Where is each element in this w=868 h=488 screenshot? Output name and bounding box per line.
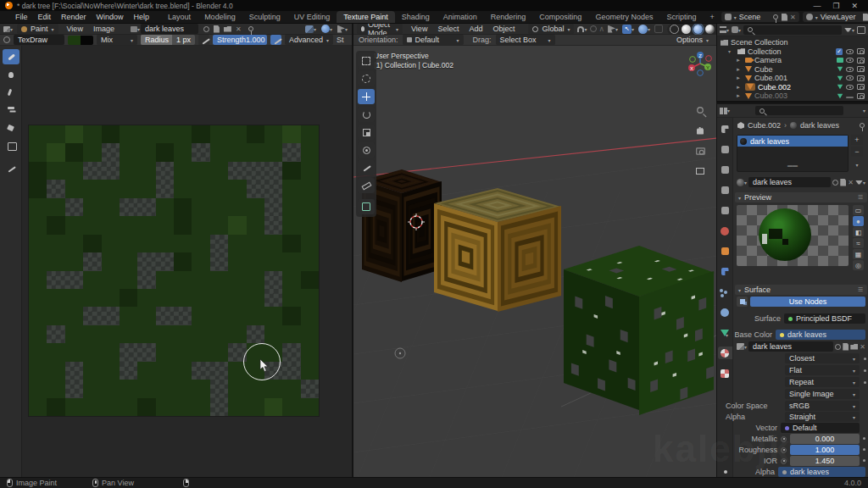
strength-slider[interactable]: Strength 1.000 [213,35,267,45]
object-mode-dropdown[interactable]: Object Mode▾ [357,24,403,34]
vector-field[interactable]: Default [781,423,860,433]
pin-id-icon[interactable] [248,26,253,31]
new-material-icon[interactable] [840,179,846,186]
outliner-object-camera[interactable]: ►Camera [717,56,868,65]
workspace-tab-animation[interactable]: Animation [437,11,484,23]
options-dropdown[interactable]: Options▾ [672,35,713,45]
menu-file[interactable]: File [10,11,33,23]
advanced-dropdown[interactable]: Advanced▾ [285,35,333,45]
image-datablock-name[interactable]: dark leaves [141,24,198,34]
image-menu-view[interactable]: View [62,23,88,35]
menu-window[interactable]: Window [92,11,129,23]
workspace-tab-scripting[interactable]: Scripting [659,11,703,23]
outliner-filter-dropdown[interactable]: ▾ [844,27,854,33]
drag-dropdown[interactable]: Select Box▾ [496,35,555,45]
workspace-tab-geometry-nodes[interactable]: Geometry Nodes [588,11,659,23]
outliner-collection[interactable]: ▾Collection✓ [717,47,868,57]
unlink-image-icon[interactable]: ✕ [236,25,242,33]
viewport-menu-add[interactable]: Add [464,24,487,35]
properties-search-input[interactable] [755,106,843,115]
preview-fluid-button[interactable]: ◎ [853,260,864,270]
image-open-icon[interactable] [850,344,858,350]
orthographic-toggle-icon[interactable] [694,165,706,177]
metallic-socket[interactable] [781,436,787,442]
mask-tool[interactable] [3,138,19,153]
shading-rendered-button[interactable] [705,25,715,34]
xray-toggle[interactable] [654,25,663,33]
viewport-menu-view[interactable]: View [406,24,432,35]
viewport-menu-object[interactable]: Object [487,24,520,35]
gizmos-dropdown[interactable]: ▾ [305,25,316,33]
extension-dropdown[interactable]: Repeat▾ [785,377,860,387]
secondary-color-swatch[interactable] [81,36,93,45]
overlays-dropdown[interactable]: ▾ [321,25,332,33]
roughness-slider[interactable]: 1.000 [790,445,860,455]
image-fake-user-icon[interactable] [835,344,841,350]
ior-socket[interactable] [781,458,787,464]
workspace-tab-rendering[interactable]: Rendering [484,11,533,23]
workspace-tab-layout[interactable]: Layout [161,11,198,23]
clone-tool[interactable] [3,103,19,118]
properties-tab-particles[interactable] [718,286,732,298]
outliner-object-cube[interactable]: ►Cube [717,65,868,75]
metallic-slider[interactable]: 0.000 [790,434,860,444]
annotate-tool[interactable] [358,160,375,175]
interpolation-dropdown[interactable]: Closest▾ [785,353,860,363]
preview-plane-button[interactable]: ▭ [853,205,864,215]
menu-help[interactable]: Help [129,11,155,23]
material-slot-list[interactable]: dark leaves ▬▬ [737,135,849,172]
gizmos-toggle[interactable]: ↖▾ [622,25,634,34]
snap-dropdown[interactable]: ▾ [577,26,587,32]
add-cube-tool[interactable] [358,199,375,214]
measure-tool[interactable] [358,178,375,193]
browse-image-icon[interactable]: ▾ [130,24,141,34]
radius-pressure-icon[interactable] [198,35,209,45]
unlink-scene-icon[interactable]: ✕ [790,14,796,21]
strength-pressure-icon[interactable] [270,35,281,45]
show-gizmo-dropdown[interactable]: ▾ [608,25,618,33]
menu-edit[interactable]: Edit [33,11,57,23]
pin-properties-icon[interactable] [860,123,865,128]
annotate-tool[interactable] [3,161,19,176]
surface-shader-field[interactable]: Principled BSDF [784,313,865,324]
workspace-tab-texture-paint[interactable]: Texture Paint [337,11,395,23]
shading-material-button[interactable] [693,25,703,34]
preview-cube-button[interactable]: ◧ [853,227,864,237]
close-button[interactable]: ✕ [851,2,858,10]
source-dropdown[interactable]: Single Image▾ [785,389,860,399]
preview-hair-button[interactable]: ≈ [853,238,864,248]
navigation-gizmo[interactable]: Z Y X [687,51,713,76]
draw-tool[interactable] [3,49,19,64]
transform-tool[interactable] [358,142,375,158]
properties-tab-texture[interactable] [718,367,732,380]
scene-canvas[interactable] [353,46,716,477]
minimize-button[interactable]: — [813,2,821,10]
unlink-material-icon[interactable]: ✕ [848,179,854,186]
properties-tab-modifiers[interactable] [718,265,732,278]
workspace-tab-shading[interactable]: Shading [395,11,437,23]
primary-color-swatch[interactable] [68,36,81,45]
scene-selector[interactable]: ▾ Scene ✕ [721,12,799,22]
zoom-view-icon[interactable] [694,104,706,116]
workspace-tab-uv-editing[interactable]: UV Editing [287,11,337,23]
pan-view-icon[interactable] [694,125,706,136]
outliner-search-input[interactable] [743,25,842,35]
menu-render[interactable]: Render [56,11,92,23]
browse-texture-image-icon[interactable]: ▾ [737,343,747,350]
camera-view-icon[interactable] [694,145,706,157]
outliner-object-cube.001[interactable]: ►Cube.001 [717,74,868,83]
properties-tab-physics[interactable] [718,306,732,319]
add-workspace-button[interactable]: + [703,11,721,23]
stroke-label-clipped[interactable]: St [337,36,344,44]
properties-tab-tool[interactable] [718,123,732,136]
preview-sphere-button[interactable]: ● [853,216,864,226]
breadcrumb-object[interactable]: Cube.002 [748,121,781,130]
fill-tool[interactable] [3,120,19,136]
view-options-dropdown[interactable]: ▾ [337,25,348,33]
transform-orientation-dropdown[interactable]: Global▾ [528,24,574,34]
properties-tab-material[interactable] [718,347,732,359]
smear-tool[interactable] [3,85,19,100]
scale-tool[interactable] [358,125,375,140]
open-image-icon[interactable] [224,26,231,32]
snap-magnet-icon[interactable] [577,26,584,32]
